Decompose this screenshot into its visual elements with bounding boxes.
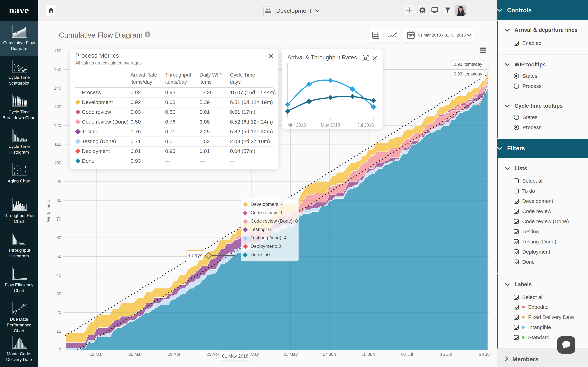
svg-text:Work items: Work items	[46, 200, 51, 222]
svg-text:140: 140	[54, 86, 61, 91]
svg-text:Mar 2018: Mar 2018	[287, 123, 306, 127]
svg-text:18 Jun: 18 Jun	[362, 352, 375, 357]
svg-text:70: 70	[56, 217, 61, 221]
svg-text:30 Jul: 30 Jul	[479, 352, 491, 357]
svg-text:30: 30	[56, 291, 61, 296]
svg-text:160: 160	[54, 48, 61, 53]
svg-text:09 Apr: 09 Apr	[168, 352, 180, 357]
svg-text:20: 20	[56, 310, 61, 315]
svg-text:Jul 2018: Jul 2018	[357, 123, 374, 127]
svg-text:150: 150	[54, 67, 61, 72]
svg-text:50: 50	[56, 254, 61, 259]
svg-text:90: 90	[56, 179, 61, 184]
svg-text:02 Jul: 02 Jul	[401, 352, 413, 357]
svg-text:16 Jul: 16 Jul	[440, 352, 452, 357]
svg-text:10: 10	[56, 329, 61, 334]
svg-text:120: 120	[54, 123, 61, 128]
svg-text:May 2018: May 2018	[321, 123, 340, 127]
svg-text:130: 130	[54, 104, 61, 109]
svg-text:12 Mar: 12 Mar	[89, 352, 103, 357]
svg-text:23 Apr: 23 Apr	[207, 352, 219, 357]
svg-text:26 Mar: 26 Mar	[128, 352, 142, 357]
svg-text:0: 0	[59, 347, 61, 352]
svg-text:21 May: 21 May	[283, 352, 298, 357]
svg-text:100: 100	[54, 160, 61, 165]
svg-text:80: 80	[56, 198, 61, 203]
svg-text:04 Jun: 04 Jun	[323, 352, 336, 357]
svg-text:40: 40	[56, 273, 61, 277]
svg-text:60: 60	[56, 235, 61, 240]
svg-text:110: 110	[54, 142, 61, 147]
